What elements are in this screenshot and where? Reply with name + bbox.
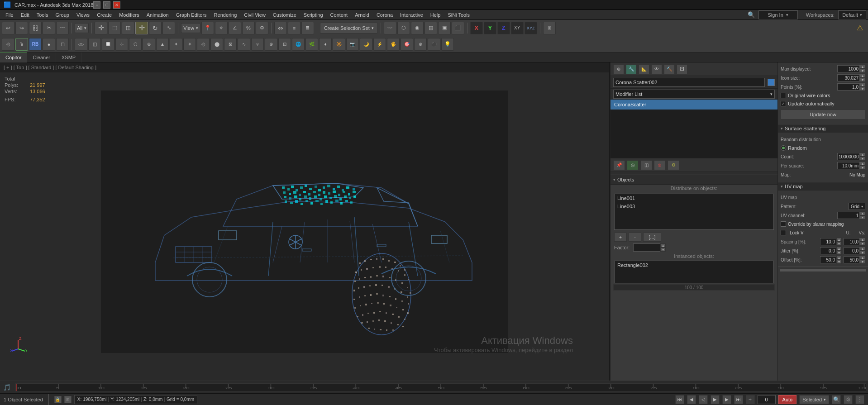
- menu-edit[interactable]: Edit: [17, 10, 33, 20]
- redo-button[interactable]: ↪: [15, 22, 28, 34]
- obj-type-btn3[interactable]: 🔲: [102, 38, 114, 51]
- rect-btn[interactable]: ◻: [56, 38, 69, 51]
- selection-filter-dropdown[interactable]: All ▾: [75, 23, 89, 33]
- far-right-scrollbar-track[interactable]: [780, 268, 866, 272]
- factor-spin-down[interactable]: ▼: [660, 248, 666, 252]
- show-end-result-button[interactable]: ◎: [627, 160, 639, 170]
- obj-type-btn20[interactable]: 🔆: [333, 38, 345, 51]
- menu-content[interactable]: Content: [327, 10, 352, 20]
- unlink-button[interactable]: ✂: [43, 22, 55, 34]
- minimize-button[interactable]: −: [93, 1, 100, 9]
- of-v-down[interactable]: ▼: [860, 260, 865, 264]
- menu-scripting[interactable]: Scripting: [300, 10, 327, 20]
- obj-type-btn21[interactable]: 📷: [346, 38, 359, 51]
- rb-button[interactable]: RB: [29, 38, 42, 51]
- create-mode-button[interactable]: 🖱: [15, 38, 28, 51]
- obj-type-btn16[interactable]: ⊡: [278, 38, 291, 51]
- original-wire-checkbox[interactable]: [781, 93, 786, 98]
- panel-tab-hierarchy[interactable]: ⊕: [613, 64, 624, 74]
- update-now-button[interactable]: Update now: [781, 110, 865, 119]
- panel-tab-motion[interactable]: 🎞: [677, 64, 687, 74]
- create-sphere-button[interactable]: ◎: [2, 38, 14, 51]
- pin-modifier-button[interactable]: 📌: [613, 160, 625, 170]
- count-up[interactable]: ▲: [860, 152, 865, 157]
- menu-file[interactable]: File: [2, 10, 17, 20]
- distribute-obj-2[interactable]: Line003: [615, 202, 773, 210]
- points-down[interactable]: ▼: [860, 87, 865, 91]
- align-button[interactable]: ≡: [288, 22, 300, 34]
- render-frame-button[interactable]: ▣: [438, 22, 451, 34]
- sp-v-up[interactable]: ▲: [860, 238, 865, 242]
- settings-status-button[interactable]: ⚙: [844, 395, 853, 404]
- of-u-down[interactable]: ▼: [836, 260, 842, 264]
- of-u-up[interactable]: ▲: [836, 256, 842, 260]
- xy-axis-button[interactable]: XY: [511, 22, 524, 34]
- use-transform-button[interactable]: 📍: [201, 22, 214, 34]
- go-to-start-button[interactable]: ⏮: [675, 395, 684, 404]
- uv-ch-down[interactable]: ▼: [860, 215, 865, 219]
- per-sq-up[interactable]: ▲: [860, 162, 865, 166]
- x-axis-button[interactable]: X: [470, 22, 483, 34]
- max-disp-up[interactable]: ▲: [860, 65, 865, 69]
- icon-size-up[interactable]: ▲: [860, 74, 865, 78]
- obj-type-btn1[interactable]: ◁▷: [75, 38, 87, 51]
- menu-group[interactable]: Group: [52, 10, 73, 20]
- obj-type-btn11[interactable]: ⬤: [210, 38, 223, 51]
- menu-customize[interactable]: Customize: [269, 10, 300, 20]
- uv-channel-input[interactable]: [837, 212, 860, 219]
- panel-tab-utilities[interactable]: 🔨: [664, 64, 675, 74]
- spacing-u-input[interactable]: [820, 238, 836, 245]
- obj-type-btn24[interactable]: 🖐: [387, 38, 400, 51]
- add-obj-button[interactable]: +: [614, 233, 627, 242]
- undo-button[interactable]: ↩: [2, 22, 14, 34]
- spacing-v-input[interactable]: [844, 238, 860, 245]
- menu-tools[interactable]: Tools: [33, 10, 52, 20]
- per-square-input[interactable]: [837, 162, 860, 169]
- uv-ch-up[interactable]: ▲: [860, 211, 865, 215]
- menu-rendering[interactable]: Rendering: [210, 10, 241, 20]
- go-to-prev-frame-button[interactable]: ◀: [687, 395, 696, 404]
- instanced-obj-1[interactable]: Rectangle002: [615, 261, 773, 269]
- bind-to-space-warp-button[interactable]: 〰: [56, 22, 69, 34]
- icon-size-input[interactable]: [837, 74, 860, 81]
- random-radio[interactable]: [781, 145, 786, 151]
- more-status-button[interactable]: ⋮: [855, 395, 864, 404]
- configure-modifier-button[interactable]: ⚙: [668, 160, 679, 170]
- y-axis-button[interactable]: Y: [484, 22, 496, 34]
- sphere-btn-2[interactable]: ●: [43, 38, 55, 51]
- sp-v-down[interactable]: ▼: [860, 242, 865, 246]
- points-input[interactable]: [837, 83, 860, 91]
- sp-u-up[interactable]: ▲: [836, 238, 842, 242]
- menu-sini-tools[interactable]: SiNi Tools: [444, 10, 473, 20]
- select-button[interactable]: ✛: [95, 22, 107, 34]
- viewport[interactable]: [ + ] [ Top ] [ Standard ] [ Default Sha…: [0, 62, 610, 381]
- far-right-scrollbar-thumb[interactable]: [780, 269, 866, 272]
- obj-type-btn13[interactable]: ∿: [238, 38, 250, 51]
- go-to-end-button[interactable]: ⏭: [734, 395, 743, 404]
- material-editor-button[interactable]: ◉: [411, 22, 424, 34]
- menu-civil-view[interactable]: Civil View: [240, 10, 269, 20]
- curve-editor-button[interactable]: 〰: [384, 22, 396, 34]
- ji-v-up[interactable]: ▲: [860, 247, 865, 251]
- menu-arnold[interactable]: Arnold: [351, 10, 373, 20]
- render-button[interactable]: ⬛: [452, 22, 464, 34]
- snap-toggle-button[interactable]: ⌖: [215, 22, 228, 34]
- mirror-button[interactable]: ⇔: [274, 22, 287, 34]
- obj-type-btn26[interactable]: ⊕: [414, 38, 427, 51]
- surface-scattering-header[interactable]: ▾ Surface Scattering: [778, 124, 868, 133]
- objects-section-header[interactable]: ▾ Objects: [610, 175, 777, 185]
- select-link-button[interactable]: ⛓: [29, 22, 42, 34]
- panel-tab-display[interactable]: 👁: [651, 64, 662, 74]
- render-setup-button[interactable]: ▤: [424, 22, 437, 34]
- tab-cleaner[interactable]: Cleaner: [27, 52, 56, 62]
- search-status-button[interactable]: 🔍: [832, 395, 841, 404]
- modifier-stack[interactable]: CoronaScatter: [610, 100, 777, 158]
- menu-corona[interactable]: Corona: [373, 10, 396, 20]
- move-button[interactable]: ✛: [135, 22, 148, 34]
- menu-help[interactable]: Help: [427, 10, 444, 20]
- obj-type-btn23[interactable]: ⚡: [373, 38, 386, 51]
- menu-views[interactable]: Views: [73, 10, 93, 20]
- play-back-button[interactable]: ◁: [699, 395, 708, 404]
- factor-spin-up[interactable]: ▲: [660, 243, 666, 248]
- max-disp-down[interactable]: ▼: [860, 69, 865, 73]
